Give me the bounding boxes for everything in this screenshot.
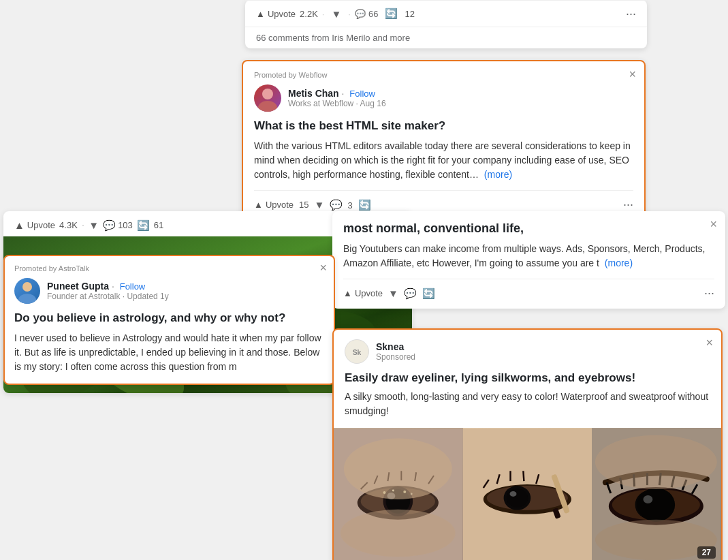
upvote-icon: ▲: [14, 219, 25, 231]
comment-count: 103: [118, 220, 133, 230]
promoted-astrotalk-card: × Promoted by AstroTalk Puneet Gupta · F…: [3, 255, 335, 385]
upvote-label: Upvote: [355, 288, 383, 298]
share-button[interactable]: 🔄: [422, 287, 435, 300]
downvote-button[interactable]: ▼: [315, 199, 325, 211]
post-body: With the various HTML editors available …: [254, 139, 633, 182]
ad-images: 27: [334, 428, 721, 560]
avatar: [14, 278, 40, 304]
author-meta: Founder at Astrotalk · Updated 1y: [47, 292, 324, 301]
avatar: [254, 84, 281, 112]
share-button[interactable]: 🔄: [358, 199, 371, 211]
svg-point-7: [22, 282, 32, 292]
brand-name: Sknea: [376, 341, 415, 352]
share-button[interactable]: 🔄: [382, 6, 400, 21]
share-button[interactable]: 🔄: [137, 219, 150, 232]
close-button[interactable]: ×: [710, 218, 717, 230]
upvote-button[interactable]: ▲ Upvote: [254, 200, 294, 210]
ad-body: A silky smooth, long-lasting and very ea…: [345, 390, 710, 418]
brand-avatar: Sk: [345, 339, 369, 364]
more-options-button[interactable]: ···: [704, 286, 714, 300]
author-meta: Works at Webflow · Aug 16: [288, 99, 633, 108]
brand-row: Sk Sknea Sponsored: [345, 339, 710, 364]
top-action-bar: ▲ Upvote 2.2K · ▼ · 💬 66 🔄 12 ···: [245, 0, 647, 27]
top-feed-card: ▲ Upvote 2.2K · ▼ · 💬 66 🔄 12 ··· 66 com…: [245, 0, 647, 48]
author-info: Puneet Gupta · Follow Founder at Astrota…: [47, 281, 324, 301]
follow-link[interactable]: Follow: [349, 89, 375, 99]
upvote-button[interactable]: ▲ Upvote: [343, 288, 383, 298]
upvote-label: Upvote: [266, 200, 294, 210]
sponsored-label: Sponsored: [376, 352, 415, 362]
comment-button[interactable]: 💬 103: [103, 219, 133, 232]
svg-point-35: [506, 488, 528, 508]
comment-icon: 💬: [103, 219, 116, 232]
comments-footer: 66 comments from Iris Merilo and more: [245, 27, 647, 48]
upvote-count: 4.3K: [59, 220, 78, 230]
downvote-button[interactable]: ▼: [388, 287, 398, 299]
comment-button[interactable]: 💬: [404, 287, 417, 300]
post-title: What is the best HTML site maker?: [254, 119, 633, 134]
svg-point-27: [344, 439, 452, 499]
comment-icon: 💬: [355, 9, 366, 19]
svg-text:Sk: Sk: [353, 349, 362, 356]
more-link[interactable]: (more): [605, 258, 633, 268]
mid-right-feed-card: × most normal, conventional life, Big Yo…: [332, 211, 725, 309]
follow-link[interactable]: Follow: [120, 281, 146, 292]
sknea-header: × Sk Sknea Sponsored Easily draw eyeline…: [334, 330, 721, 428]
image-count-badge: 27: [697, 546, 716, 559]
more-options-button[interactable]: ···: [626, 7, 636, 20]
upvote-arrow-icon: ▲: [256, 9, 265, 19]
upvote-label: Upvote: [268, 9, 296, 19]
comments-footer-text: 66 comments from Iris Merilo and more: [256, 33, 410, 43]
upvote-icon: ▲: [254, 200, 263, 210]
post-title: Do you believe in astrology, and why or …: [14, 311, 324, 326]
separator: ·: [342, 88, 347, 99]
promoted-webflow-card: × Promoted by Webflow Metis Chan · Follo…: [242, 60, 646, 223]
close-button[interactable]: ×: [629, 68, 636, 80]
upvote-button[interactable]: ▲ Upvote: [14, 219, 55, 231]
post-body: Big Youtubers can make income from multi…: [343, 242, 714, 270]
more-link[interactable]: (more): [484, 169, 512, 180]
comment-count: 3: [348, 200, 353, 211]
separator2: ·: [348, 9, 351, 19]
more-options-button[interactable]: ···: [623, 198, 633, 212]
svg-point-28: [341, 510, 456, 557]
author-row: Metis Chan · Follow Works at Webflow · A…: [254, 84, 633, 112]
author-info: Metis Chan · Follow Works at Webflow · A…: [288, 88, 633, 108]
svg-point-0: [262, 89, 273, 99]
ad-image-1: [334, 428, 463, 560]
ad-title: Easily draw eyeliner, lying silkworms, a…: [345, 371, 710, 386]
upvote-icon: ▲: [343, 288, 352, 298]
post-title: most normal, conventional life,: [343, 221, 714, 236]
sknea-sponsored-card: × Sk Sknea Sponsored Easily draw eyeline…: [332, 328, 723, 560]
downvote-button[interactable]: ▼: [89, 219, 99, 231]
sep: ·: [82, 219, 84, 232]
ad-image-3: 27: [592, 428, 721, 560]
svg-point-8: [18, 294, 36, 304]
svg-line-40: [523, 471, 524, 481]
share-count: 12: [405, 9, 414, 19]
svg-point-1: [258, 101, 277, 112]
close-button[interactable]: ×: [319, 262, 327, 274]
post-actions: ▲ Upvote 15 ▼ 💬 3 🔄 ···: [254, 190, 633, 212]
svg-point-56: [595, 435, 717, 489]
comment-count: 66: [368, 9, 378, 19]
sep: ·: [112, 281, 117, 292]
post-actions: ▲ Upvote ▼ 💬 🔄 ···: [343, 279, 714, 300]
svg-point-36: [509, 491, 516, 497]
upvote-button[interactable]: ▲ Upvote: [256, 9, 296, 19]
comment-button[interactable]: 💬 66: [355, 9, 378, 19]
ad-image-2: [463, 428, 592, 560]
author-name: Metis Chan: [288, 88, 339, 99]
brand-info: Sknea Sponsored: [376, 341, 415, 362]
upvote-count: 2.2K: [300, 9, 318, 19]
comment-icon: 💬: [330, 199, 343, 211]
upvote-count: 15: [299, 200, 308, 210]
promoted-label: Promoted by Webflow: [254, 71, 633, 79]
upvote-label: Upvote: [27, 220, 55, 230]
downvote-button[interactable]: ▼: [328, 7, 344, 21]
post-body: I never used to believe in Astrology and…: [14, 331, 324, 374]
svg-point-46: [637, 488, 676, 522]
share-count: 61: [154, 220, 163, 230]
close-button[interactable]: ×: [706, 337, 713, 349]
comment-button[interactable]: 💬 3: [330, 199, 352, 211]
